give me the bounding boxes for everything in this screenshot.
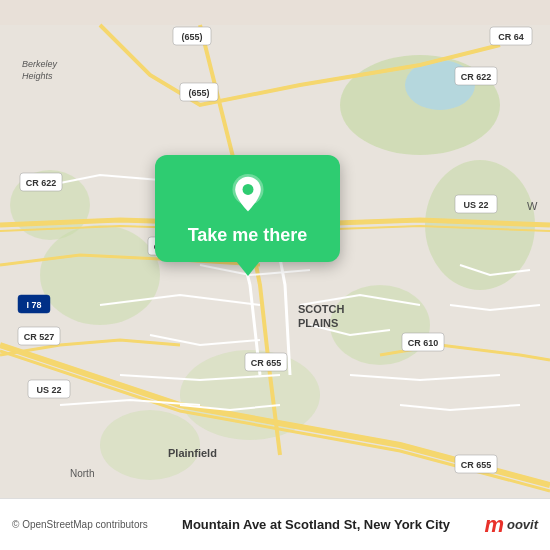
svg-point-7 (100, 410, 200, 480)
location-pin-icon (227, 173, 269, 215)
svg-text:US 22: US 22 (463, 200, 488, 210)
svg-text:North: North (70, 468, 94, 479)
svg-text:Berkeley: Berkeley (22, 59, 58, 69)
svg-text:US 22: US 22 (36, 385, 61, 395)
svg-text:Plainfield: Plainfield (168, 447, 217, 459)
take-me-there-button[interactable]: Take me there (188, 225, 308, 246)
bottom-bar: © OpenStreetMap contributors Mountain Av… (0, 498, 550, 550)
map-attribution: © OpenStreetMap contributors (12, 519, 148, 530)
moovit-m-letter: m (484, 512, 504, 538)
location-name: Mountain Ave at Scotland St, New York Ci… (148, 517, 485, 532)
svg-text:W: W (527, 200, 538, 212)
svg-text:CR 527: CR 527 (24, 332, 55, 342)
svg-point-4 (40, 225, 160, 325)
svg-text:PLAINS: PLAINS (298, 317, 338, 329)
popup-card: Take me there (155, 155, 340, 262)
svg-point-44 (242, 184, 253, 195)
svg-text:CR 655: CR 655 (461, 460, 492, 470)
svg-text:(655): (655) (181, 32, 202, 42)
svg-text:CR 622: CR 622 (461, 72, 492, 82)
moovit-logo: m oovit (484, 512, 538, 538)
svg-text:CR 655: CR 655 (251, 358, 282, 368)
map-container: CR 622 CR 622 CR 64 (655) (655) CR 641 C… (0, 0, 550, 550)
svg-text:I 78: I 78 (26, 300, 41, 310)
svg-text:SCOTCH: SCOTCH (298, 303, 345, 315)
svg-text:Heights: Heights (22, 71, 53, 81)
svg-text:CR 622: CR 622 (26, 178, 57, 188)
svg-text:CR 610: CR 610 (408, 338, 439, 348)
map-svg: CR 622 CR 622 CR 64 (655) (655) CR 641 C… (0, 0, 550, 550)
svg-text:CR 64: CR 64 (498, 32, 524, 42)
svg-text:(655): (655) (188, 88, 209, 98)
moovit-wordmark: oovit (507, 517, 538, 532)
